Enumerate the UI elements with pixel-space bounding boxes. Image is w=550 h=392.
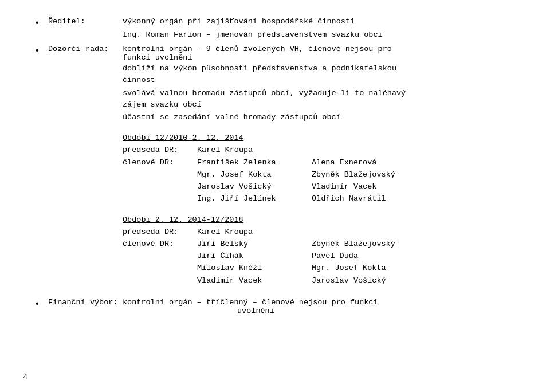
period2-clen-col1-1: Jiří Číhák [197, 250, 312, 262]
period2-clen-col2-1: Pavel Duda [312, 250, 421, 262]
financni-vybor-section: • Finanční výbor: kontrolní orgán – tříč… [34, 298, 527, 315]
period2-clen-col1-3: Vladimír Vacek [197, 275, 312, 287]
period1-empty-label-1 [123, 169, 197, 181]
period2-clen-col1-0: Jiří Bělský [197, 238, 312, 250]
period2-predseda-row: předseda DR: Karel Kroupa [123, 226, 527, 238]
period1-empty-label-3 [123, 193, 197, 205]
page-content: • Ředitel: výkonný orgán při zajišťování… [34, 11, 527, 315]
period2-header: Období 2. 12. 2014-12/2018 [123, 215, 527, 224]
financni-vybor-row: • Finanční výbor: kontrolní orgán – tříč… [34, 298, 527, 315]
reditel-text: výkonný orgán při zajišťování hospodářsk… [123, 17, 527, 39]
period1-clen-col1-3: Ing. Jiří Jelínek [197, 193, 312, 205]
financni-line2: uvolněni [237, 307, 527, 315]
reditel-label: Ředitel: [48, 17, 123, 30]
period1-clen-col2-0: Alena Exnerová [312, 157, 421, 168]
period1-clenove-row-1: Mgr. Josef Kokta Zbyněk Blažejovský [123, 169, 527, 181]
period1-clen-col2-2: Vladimír Vacek [312, 181, 421, 193]
reditel-line1: výkonný orgán při zajišťování hospodářsk… [123, 17, 527, 26]
period2-clen-col1-2: Miloslav Kněží [197, 262, 312, 274]
dozorci-indent-1: dohlíží na výkon působnosti představenst… [123, 63, 527, 123]
period1-section: Období 12/2010-2. 12. 2014 předseda DR: … [34, 134, 527, 205]
dozorci-line3: dohlíží na výkon působnosti představenst… [123, 63, 527, 75]
dozorci-line7: účastní se zasedání valné hromady zástup… [123, 112, 527, 123]
page-number: 4 [23, 373, 28, 382]
period2-empty-label-1 [123, 250, 197, 262]
dozorci-rada-text: kontrolní orgán – 9 členů zvolených VH, … [123, 45, 527, 62]
period1-clenove-row-0: členové DR: František Zelenka Alena Exne… [123, 157, 527, 168]
period1-predseda-row: předseda DR: Karel Kroupa [123, 144, 527, 156]
period1-clenove-row-3: Ing. Jiří Jelínek Oldřich Navrátil [123, 193, 527, 205]
financni-line1: kontrolní orgán – tříčlenný – členové ne… [123, 298, 527, 307]
period2-clenove-row-2: Miloslav Kněží Mgr. Josef Kokta [123, 262, 527, 274]
dozorci-rada-row: • Dozorčí rada: kontrolní orgán – 9 člen… [34, 45, 527, 62]
dozorci-line2: funkci uvolněni [123, 53, 527, 62]
period2-clen-col2-0: Zbyněk Blažejovský [312, 238, 421, 250]
period2-clenove-row-1: Jiří Číhák Pavel Duda [123, 250, 527, 262]
period2-clen-col2-2: Mgr. Josef Kokta [312, 262, 421, 274]
period1-clenove-row-2: Jaroslav Vošický Vladimír Vacek [123, 181, 527, 193]
period2-section: Období 2. 12. 2014-12/2018 předseda DR: … [34, 215, 527, 287]
bullet-icon-2: • [34, 45, 46, 57]
reditel-line2: Ing. Roman Farion – jmenován představens… [123, 30, 527, 39]
period1-predseda-name: Karel Kroupa [197, 144, 312, 156]
period2-empty-label-2 [123, 262, 197, 274]
period1-clen-col1-1: Mgr. Josef Kokta [197, 169, 312, 181]
period1-empty-label-2 [123, 181, 197, 193]
financni-vybor-text: kontrolní orgán – tříčlenný – členové ne… [123, 298, 527, 315]
period1-clen-col1-0: František Zelenka [197, 157, 312, 168]
dozorci-line5: svolává valnou hromadu zástupců obcí, vy… [123, 88, 527, 99]
financni-vybor-label: Finanční výbor: [48, 298, 123, 311]
dozorci-line4: činnost [123, 75, 527, 86]
period1-clen-col1-2: Jaroslav Vošický [197, 181, 312, 193]
period1-clenove-label: členové DR: [123, 157, 197, 168]
period2-clen-col2-3: Jaroslav Vošický [312, 275, 421, 287]
bullet-icon-3: • [34, 298, 46, 311]
period2-clenove-label: členové DR: [123, 238, 197, 250]
period1-clen-col2-1: Zbyněk Blažejovský [312, 169, 421, 181]
period2-clenove-row-0: členové DR: Jiří Bělský Zbyněk Blažejovs… [123, 238, 527, 250]
period2-predseda-label: předseda DR: [123, 226, 197, 238]
period1-predseda-label: předseda DR: [123, 144, 197, 156]
dozorci-rada-section: • Dozorčí rada: kontrolní orgán – 9 člen… [34, 45, 527, 287]
period1-clen-col2-3: Oldřich Navrátil [312, 193, 421, 205]
dozorci-line6: zájem svazku obcí [123, 99, 527, 111]
period1-table: předseda DR: Karel Kroupa členové DR: Fr… [123, 144, 527, 205]
dozorci-rada-label: Dozorčí rada: [48, 45, 123, 57]
period2-table: předseda DR: Karel Kroupa členové DR: Ji… [123, 226, 527, 287]
reditel-section: • Ředitel: výkonný orgán při zajišťování… [34, 17, 527, 39]
period1-header: Období 12/2010-2. 12. 2014 [123, 134, 527, 142]
bullet-icon: • [34, 17, 46, 30]
period2-empty-label-3 [123, 275, 197, 287]
period2-clenove-row-3: Vladimír Vacek Jaroslav Vošický [123, 275, 527, 287]
dozorci-line1: kontrolní orgán – 9 členů zvolených VH, … [123, 45, 527, 53]
period2-predseda-name: Karel Kroupa [197, 226, 312, 238]
reditel-row: • Ředitel: výkonný orgán při zajišťování… [34, 17, 527, 39]
